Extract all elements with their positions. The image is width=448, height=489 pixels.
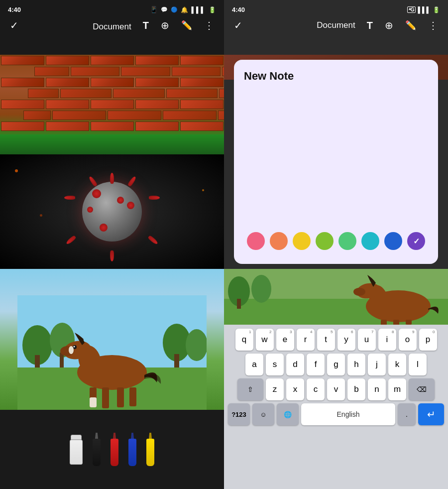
color-purple[interactable] xyxy=(407,232,425,250)
eraser-tool[interactable] xyxy=(70,435,83,465)
svg-point-29 xyxy=(353,288,365,296)
key-e[interactable]: 3e xyxy=(276,329,294,351)
numbers-key[interactable]: ?123 xyxy=(228,403,250,425)
space-key[interactable]: English xyxy=(301,403,395,425)
key-u[interactable]: 7u xyxy=(358,329,376,351)
shift-key[interactable]: ⇧ xyxy=(237,378,263,400)
key-m[interactable]: m xyxy=(388,378,406,400)
key-w[interactable]: 2w xyxy=(256,329,274,351)
more-options-icon[interactable]: ⋮ xyxy=(204,19,214,31)
emoji-key[interactable]: ☺ xyxy=(252,403,274,425)
svg-rect-6 xyxy=(174,354,179,367)
key-z[interactable]: z xyxy=(266,378,284,400)
horse-image-left xyxy=(0,269,224,410)
key-i[interactable]: 8i xyxy=(378,329,396,351)
confirm-button-right[interactable]: ✓ xyxy=(234,19,242,31)
color-orange[interactable] xyxy=(270,232,288,250)
toolbar-icons-right-group: T ⊕ ✏️ ⋮ xyxy=(367,19,438,31)
svg-point-7 xyxy=(186,329,207,361)
key-o[interactable]: 9o xyxy=(399,329,417,351)
key-f[interactable]: f xyxy=(307,354,325,375)
color-pink[interactable] xyxy=(247,232,265,250)
toolbar-left: ✓ Document T ⊕ ✏️ ⋮ xyxy=(0,15,224,35)
key-c[interactable]: c xyxy=(307,378,325,400)
svg-point-25 xyxy=(251,275,271,303)
brick-wall-image xyxy=(0,55,224,154)
key-v[interactable]: v xyxy=(327,378,345,400)
key-b[interactable]: b xyxy=(347,378,365,400)
key-l[interactable]: l xyxy=(409,354,427,375)
status-bar-left: 4:40 📱 💬 🔵 🔔 ▌▌▌ 🔋 xyxy=(0,4,224,15)
messenger-icon: 💬 xyxy=(161,6,168,13)
status-icons-left: 📱 💬 🔵 🔔 ▌▌▌ 🔋 xyxy=(150,6,216,13)
add-shape-icon-right[interactable]: ⊕ xyxy=(385,19,393,31)
red-marker-tool[interactable] xyxy=(111,433,118,466)
delete-key[interactable]: ⌫ xyxy=(409,378,435,400)
yellow-marker-tool[interactable] xyxy=(146,433,154,466)
virus-body xyxy=(82,182,142,242)
color-teal[interactable] xyxy=(361,232,379,250)
confirm-button-left[interactable]: ✓ xyxy=(10,19,18,31)
virus-image xyxy=(0,154,224,269)
key-j[interactable]: j xyxy=(368,354,386,375)
key-k[interactable]: k xyxy=(388,354,406,375)
toolbar-right: ✓ Document T ⊕ ✏️ ⋮ xyxy=(224,15,448,35)
key-y[interactable]: 6y xyxy=(337,329,355,351)
keyboard-row-2: a s d f g h j k l xyxy=(226,354,446,375)
return-key[interactable]: ↵ xyxy=(418,403,444,425)
key-r[interactable]: 4r xyxy=(297,329,315,351)
note-title: New Note xyxy=(244,70,428,83)
left-header: 4:40 📱 💬 🔵 🔔 ▌▌▌ 🔋 ✓ Document T ⊕ ✏️ ⋮ xyxy=(0,0,224,55)
status-bar-right: 4:40 ⁴G ▌▌▌ 🔋 xyxy=(224,4,448,15)
svg-rect-19 xyxy=(129,387,136,406)
battery-left: 🔋 xyxy=(209,6,216,13)
signal-icon: 🔵 xyxy=(171,6,178,13)
key-g[interactable]: g xyxy=(327,354,345,375)
color-yellow[interactable] xyxy=(293,232,311,250)
right-panel: 4:40 ⁴G ▌▌▌ 🔋 ✓ Document T ⊕ ✏️ ⋮ New No… xyxy=(224,0,448,489)
document-title-right: Document xyxy=(317,20,355,30)
svg-point-14 xyxy=(74,346,75,348)
key-h[interactable]: h xyxy=(347,354,365,375)
text-tool-icon[interactable]: T xyxy=(143,20,149,31)
more-options-icon-right[interactable]: ⋮ xyxy=(428,19,438,31)
status-icons-right: ⁴G ▌▌▌ 🔋 xyxy=(407,6,440,13)
pen-tool-icon[interactable]: ✏️ xyxy=(181,20,192,31)
svg-rect-24 xyxy=(237,299,241,309)
time-right: 4:40 xyxy=(232,6,245,13)
color-blue[interactable] xyxy=(384,232,402,250)
svg-rect-17 xyxy=(102,387,109,408)
period-key[interactable]: . xyxy=(398,403,416,425)
blue-marker-tool[interactable] xyxy=(128,433,136,466)
text-tool-icon-right[interactable]: T xyxy=(367,20,373,31)
key-s[interactable]: s xyxy=(266,354,284,375)
left-panel: 4:40 📱 💬 🔵 🔔 ▌▌▌ 🔋 ✓ Document T ⊕ ✏️ ⋮ xyxy=(0,0,224,489)
key-x[interactable]: x xyxy=(286,378,304,400)
key-a[interactable]: a xyxy=(245,354,263,375)
note-popup: New Note xyxy=(234,60,438,264)
right-content-area: New Note xyxy=(224,55,448,269)
horse-image-right xyxy=(224,269,448,325)
right-header: 4:40 ⁴G ▌▌▌ 🔋 ✓ Document T ⊕ ✏️ ⋮ xyxy=(224,0,448,55)
color-green[interactable] xyxy=(338,232,356,250)
key-d[interactable]: d xyxy=(286,354,304,375)
signal-bars-left: ▌▌▌ xyxy=(191,6,206,13)
horse-svg-right xyxy=(224,269,448,325)
add-shape-icon[interactable]: ⊕ xyxy=(161,19,169,31)
black-marker-tool[interactable] xyxy=(93,433,101,466)
key-t[interactable]: 5t xyxy=(317,329,335,351)
pen-tool-icon-right[interactable]: ✏️ xyxy=(405,20,416,31)
keyboard-bottom-row: ?123 ☺ 🌐 English . ↵ xyxy=(226,403,446,425)
svg-point-15 xyxy=(69,346,74,354)
svg-rect-18 xyxy=(117,387,124,407)
globe-key[interactable]: 🌐 xyxy=(277,403,299,425)
key-n[interactable]: n xyxy=(368,378,386,400)
battery-saver-icon: ⁴G xyxy=(407,6,416,13)
key-q[interactable]: 1q xyxy=(235,329,253,351)
svg-rect-20 xyxy=(90,397,97,407)
keyboard: 1q 2w 3e 4r 5t 6y 7u 8i 9o 0p a s d f g … xyxy=(224,325,448,489)
toolbar-icons-right-group: T ⊕ ✏️ ⋮ xyxy=(143,19,214,31)
key-p[interactable]: 0p xyxy=(419,329,437,351)
color-green-light[interactable] xyxy=(316,232,334,250)
battery-right: 🔋 xyxy=(433,6,440,13)
